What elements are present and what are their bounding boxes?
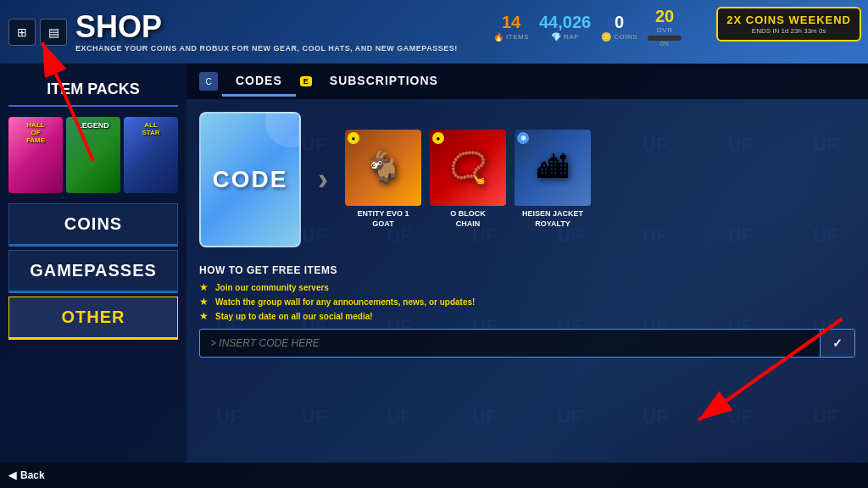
- reward-label-3: HEISEN JACKETROYALTY: [522, 209, 583, 229]
- sidebar-section-title: ITEM PACKS: [8, 72, 178, 107]
- sidebar-nav-coins[interactable]: COINS: [8, 203, 178, 247]
- items-count: 14: [502, 13, 520, 32]
- reward-badge-3: ❄: [517, 132, 529, 144]
- shop-title-area: SHOP EXCHANGE YOUR COINS AND ROBUX FOR N…: [75, 12, 458, 53]
- star-icon-3: ★: [199, 310, 209, 322]
- shop-title: SHOP: [75, 12, 458, 42]
- reward-thumb-1: ● 🐐: [345, 130, 421, 206]
- code-input-field[interactable]: [200, 330, 820, 356]
- roblox-icon-btn[interactable]: ⊞: [8, 19, 36, 46]
- ovr-count: 20: [655, 7, 674, 26]
- coins-icon: 🪙: [601, 32, 611, 42]
- pack-label-1: HALLOFFAME: [8, 121, 63, 144]
- content-area: C CODES E SUBSCRIPTIONS UFUF UFUF UFUF U…: [186, 64, 868, 463]
- tab-icon-codes: C: [199, 72, 218, 91]
- sidebar-nav-other[interactable]: OTHER: [8, 297, 178, 340]
- code-card-text: CODE: [213, 166, 288, 193]
- free-item-row-3: ★ Stay up to date on all our social medi…: [199, 310, 855, 322]
- reward-item-3: ❄ 🏙 HEISEN JACKETROYALTY: [515, 130, 591, 229]
- items-label-row: 🔥 ITEMS: [493, 32, 529, 42]
- coins-stat: 0 🪙 COINS: [601, 13, 637, 42]
- tab-codes-label: CODES: [236, 74, 282, 87]
- reward-item-1: ● 🐐 ENTITY EVO 1GOAT: [345, 130, 421, 229]
- rap-label-row: 💎 RAP: [551, 32, 579, 42]
- item-packs-preview[interactable]: HALLOFFAME LEGEND ALLSTAR: [8, 117, 178, 193]
- code-submit-button[interactable]: ✓: [820, 330, 854, 357]
- tab-badge-subscriptions: E: [300, 76, 312, 86]
- rap-stat: 44,026 💎 RAP: [539, 13, 591, 42]
- pack-thumb-hall-of-fame[interactable]: HALLOFFAME: [8, 117, 63, 193]
- coins-banner-subtitle: ENDS IN 1d 23h 33m 0s: [726, 27, 851, 35]
- reward-emoji-1: 🐐: [364, 150, 403, 186]
- free-item-text-2: Watch the group wall for any announcemen…: [215, 297, 475, 307]
- free-item-row-2: ★ Watch the group wall for any announcem…: [199, 296, 855, 308]
- tabs-bar: C CODES E SUBSCRIPTIONS: [186, 64, 868, 99]
- reward-label-2: O BLOCKCHAIN: [450, 209, 486, 229]
- ovr-stat: 20 OVR 0%: [648, 7, 682, 47]
- star-icon-1: ★: [199, 281, 209, 293]
- free-item-text-3: Stay up to date on all our social media!: [215, 312, 373, 321]
- code-input-section[interactable]: ✓: [199, 329, 855, 358]
- tab-subscriptions-label: SUBSCRIPTIONS: [330, 74, 438, 87]
- free-item-text-1: Join our community servers: [215, 283, 329, 292]
- ovr-label: OVR: [657, 26, 673, 34]
- bottom-bar: ◀ Back: [0, 463, 868, 488]
- coins-banner-title: 2X COINS WEEKEND: [726, 14, 851, 26]
- star-icon-2: ★: [199, 296, 209, 308]
- free-item-row-1: ★ Join our community servers: [199, 281, 855, 293]
- rap-count: 44,026: [539, 13, 591, 32]
- back-label: Back: [20, 469, 45, 481]
- code-section: CODE › ● 🐐 ENTITY EVO 1GOAT ● 📿: [199, 112, 855, 247]
- reward-items: ● 🐐 ENTITY EVO 1GOAT ● 📿 O BLOCKCHAIN: [345, 130, 591, 229]
- reward-thumb-2: ● 📿: [430, 130, 506, 206]
- arrow-right-icon: ›: [318, 162, 328, 197]
- reward-label-1: ENTITY EVO 1GOAT: [358, 209, 409, 229]
- shop-subtitle: EXCHANGE YOUR COINS AND ROBUX FOR NEW GE…: [75, 44, 458, 53]
- rap-icon: 💎: [551, 32, 561, 42]
- coins-weekend-banner: 2X COINS WEEKEND ENDS IN 1d 23h 33m 0s: [716, 7, 861, 42]
- reward-badge-1: ●: [348, 132, 359, 144]
- menu-icon-btn[interactable]: ▤: [40, 19, 67, 46]
- free-items-section: HOW TO GET FREE ITEMS ★ Join our communi…: [199, 264, 855, 322]
- tab-subscriptions[interactable]: SUBSCRIPTIONS: [316, 67, 452, 97]
- ovr-progress-label: 0%: [660, 41, 669, 47]
- pack-label-2: LEGEND: [66, 121, 120, 130]
- items-stat: 14 🔥 ITEMS: [493, 13, 529, 42]
- coins-label-row: 🪙 COINS: [601, 32, 637, 42]
- back-button[interactable]: ◀ Back: [8, 469, 45, 481]
- sidebar-nav-gamepasses[interactable]: GAMEPASSES: [8, 250, 178, 293]
- main-content: ITEM PACKS HALLOFFAME LEGEND ALLSTAR COI…: [0, 64, 868, 463]
- items-icon: 🔥: [493, 32, 504, 42]
- code-card: CODE: [199, 112, 301, 247]
- coins-count: 0: [615, 13, 624, 32]
- pack-thumb-legend[interactable]: LEGEND: [66, 117, 120, 193]
- free-items-title: HOW TO GET FREE ITEMS: [199, 264, 855, 276]
- reward-emoji-2: 📿: [449, 150, 487, 186]
- sidebar: ITEM PACKS HALLOFFAME LEGEND ALLSTAR COI…: [0, 64, 186, 463]
- shop-main-area: UFUF UFUF UFUF UFUF UFUF UFUF UFUF UFUF …: [186, 99, 868, 463]
- pack-label-3: ALLSTAR: [124, 121, 178, 136]
- rap-label: RAP: [564, 33, 579, 41]
- coins-label: COINS: [614, 33, 637, 41]
- back-icon: ◀: [8, 469, 16, 481]
- pack-thumb-allstar[interactable]: ALLSTAR: [124, 117, 178, 193]
- reward-badge-2: ●: [432, 132, 444, 144]
- reward-item-2: ● 📿 O BLOCKCHAIN: [430, 130, 506, 229]
- reward-thumb-3: ❄ 🏙: [515, 130, 591, 206]
- reward-emoji-3: 🏙: [537, 150, 568, 186]
- top-icons: ⊞ ▤: [8, 19, 67, 46]
- tab-codes[interactable]: CODES: [222, 67, 296, 97]
- stats-bar: 14 🔥 ITEMS 44,026 💎 RAP 0 🪙 COINS 20 OVR…: [493, 7, 682, 47]
- items-label: ITEMS: [506, 33, 529, 41]
